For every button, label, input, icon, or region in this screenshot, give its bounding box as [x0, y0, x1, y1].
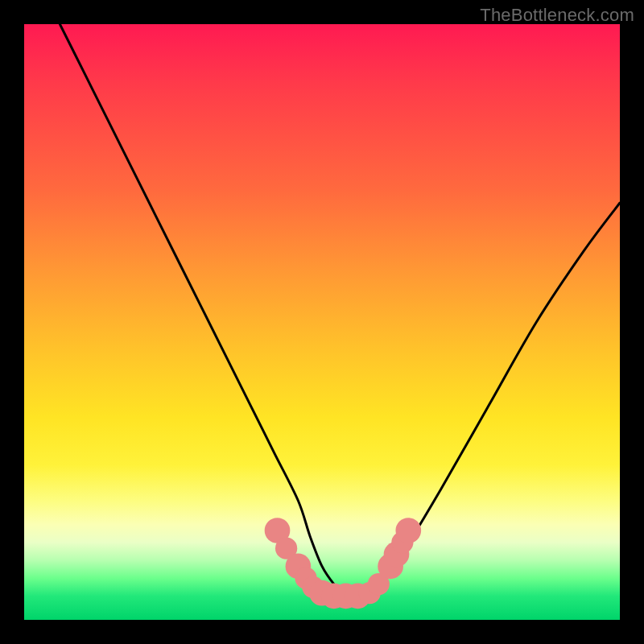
- curve-layer: [60, 24, 620, 597]
- marker-layer: [265, 518, 421, 609]
- bottleneck-curve: [60, 24, 620, 597]
- highlight-marker: [395, 518, 421, 543]
- chart-frame: TheBottleneck.com: [0, 0, 644, 644]
- watermark-text: TheBottleneck.com: [480, 5, 634, 26]
- chart-svg: [24, 24, 620, 620]
- plot-area: [24, 24, 620, 620]
